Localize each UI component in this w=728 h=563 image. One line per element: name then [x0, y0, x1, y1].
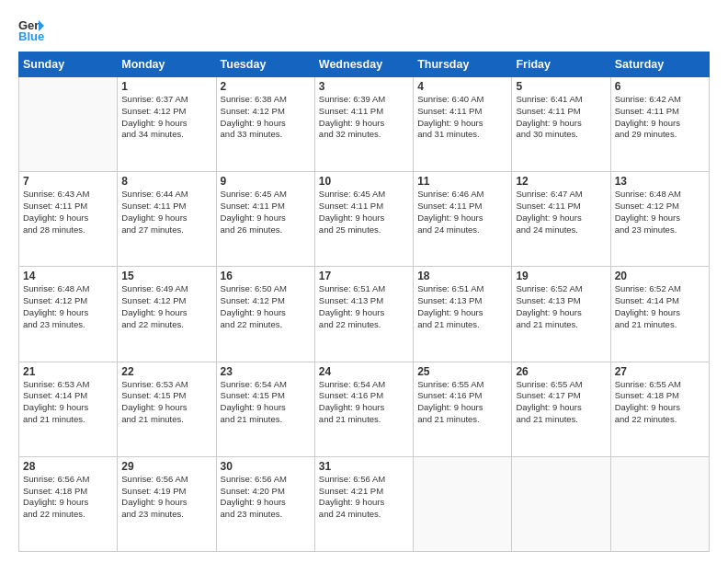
day-number: 17 — [319, 270, 409, 282]
day-info: Sunrise: 6:51 AM Sunset: 4:13 PM Dayligh… — [319, 283, 409, 330]
day-info: Sunrise: 6:50 AM Sunset: 4:12 PM Dayligh… — [221, 283, 311, 330]
day-number: 3 — [319, 80, 409, 93]
day-number: 29 — [121, 460, 211, 473]
day-info: Sunrise: 6:46 AM Sunset: 4:11 PM Dayligh… — [417, 189, 507, 236]
calendar-week-row: 7Sunrise: 6:43 AM Sunset: 4:11 PM Daylig… — [19, 172, 710, 267]
day-number: 16 — [221, 270, 311, 282]
day-number: 30 — [221, 460, 311, 473]
day-number: 23 — [221, 365, 311, 378]
day-number: 8 — [121, 175, 211, 188]
day-number: 15 — [121, 270, 211, 282]
calendar-cell: 8Sunrise: 6:44 AM Sunset: 4:11 PM Daylig… — [118, 172, 216, 267]
day-info: Sunrise: 6:52 AM Sunset: 4:13 PM Dayligh… — [516, 283, 606, 330]
calendar-cell: 20Sunrise: 6:52 AM Sunset: 4:14 PM Dayli… — [610, 267, 709, 362]
calendar-cell — [512, 456, 610, 551]
day-info: Sunrise: 6:40 AM Sunset: 4:11 PM Dayligh… — [417, 94, 507, 141]
calendar-week-row: 1Sunrise: 6:37 AM Sunset: 4:12 PM Daylig… — [19, 77, 710, 172]
day-number: 26 — [516, 365, 606, 378]
day-number: 28 — [23, 460, 113, 473]
day-number: 5 — [516, 80, 606, 93]
calendar-cell: 13Sunrise: 6:48 AM Sunset: 4:12 PM Dayli… — [610, 172, 709, 267]
calendar-cell: 19Sunrise: 6:52 AM Sunset: 4:13 PM Dayli… — [512, 267, 610, 362]
calendar-week-row: 28Sunrise: 6:56 AM Sunset: 4:18 PM Dayli… — [19, 456, 710, 551]
day-number: 24 — [319, 365, 409, 378]
day-info: Sunrise: 6:53 AM Sunset: 4:14 PM Dayligh… — [23, 379, 113, 426]
weekday-header: Friday — [512, 52, 610, 77]
day-number: 19 — [516, 270, 606, 282]
weekday-header: Monday — [118, 52, 216, 77]
day-number: 20 — [615, 270, 705, 282]
day-number: 2 — [221, 80, 311, 93]
logo: Gen Blue — [18, 17, 48, 42]
calendar-cell: 1Sunrise: 6:37 AM Sunset: 4:12 PM Daylig… — [118, 77, 216, 172]
calendar-cell: 14Sunrise: 6:48 AM Sunset: 4:12 PM Dayli… — [19, 267, 118, 362]
day-info: Sunrise: 6:48 AM Sunset: 4:12 PM Dayligh… — [615, 189, 705, 236]
day-info: Sunrise: 6:55 AM Sunset: 4:17 PM Dayligh… — [516, 379, 606, 426]
calendar-cell: 2Sunrise: 6:38 AM Sunset: 4:12 PM Daylig… — [216, 77, 314, 172]
calendar-cell: 11Sunrise: 6:46 AM Sunset: 4:11 PM Dayli… — [414, 172, 512, 267]
calendar-cell: 10Sunrise: 6:45 AM Sunset: 4:11 PM Dayli… — [314, 172, 413, 267]
day-number: 7 — [23, 175, 113, 188]
svg-text:Blue: Blue — [18, 29, 44, 42]
calendar-cell: 12Sunrise: 6:47 AM Sunset: 4:11 PM Dayli… — [512, 172, 610, 267]
day-info: Sunrise: 6:55 AM Sunset: 4:16 PM Dayligh… — [417, 379, 507, 426]
calendar-week-row: 14Sunrise: 6:48 AM Sunset: 4:12 PM Dayli… — [19, 267, 710, 362]
page-header: Gen Blue — [18, 17, 710, 42]
day-info: Sunrise: 6:45 AM Sunset: 4:11 PM Dayligh… — [319, 189, 409, 236]
calendar-cell: 3Sunrise: 6:39 AM Sunset: 4:11 PM Daylig… — [314, 77, 413, 172]
day-number: 21 — [23, 365, 113, 378]
calendar-cell: 25Sunrise: 6:55 AM Sunset: 4:16 PM Dayli… — [414, 362, 512, 456]
day-info: Sunrise: 6:37 AM Sunset: 4:12 PM Dayligh… — [121, 94, 211, 141]
calendar-cell: 22Sunrise: 6:53 AM Sunset: 4:15 PM Dayli… — [118, 362, 216, 456]
calendar-cell: 16Sunrise: 6:50 AM Sunset: 4:12 PM Dayli… — [216, 267, 314, 362]
day-number: 22 — [121, 365, 211, 378]
calendar-cell: 15Sunrise: 6:49 AM Sunset: 4:12 PM Dayli… — [118, 267, 216, 362]
calendar-cell — [610, 456, 709, 551]
weekday-header: Sunday — [19, 52, 118, 77]
day-info: Sunrise: 6:44 AM Sunset: 4:11 PM Dayligh… — [121, 189, 211, 236]
calendar-cell: 31Sunrise: 6:56 AM Sunset: 4:21 PM Dayli… — [314, 456, 413, 551]
day-info: Sunrise: 6:52 AM Sunset: 4:14 PM Dayligh… — [615, 283, 705, 330]
calendar-cell: 23Sunrise: 6:54 AM Sunset: 4:15 PM Dayli… — [216, 362, 314, 456]
calendar-cell — [414, 456, 512, 551]
calendar-cell: 9Sunrise: 6:45 AM Sunset: 4:11 PM Daylig… — [216, 172, 314, 267]
logo-icon: Gen Blue — [18, 17, 44, 42]
day-info: Sunrise: 6:38 AM Sunset: 4:12 PM Dayligh… — [221, 94, 311, 141]
calendar-cell: 21Sunrise: 6:53 AM Sunset: 4:14 PM Dayli… — [19, 362, 118, 456]
day-number: 9 — [221, 175, 311, 188]
calendar-cell: 29Sunrise: 6:56 AM Sunset: 4:19 PM Dayli… — [118, 456, 216, 551]
calendar-cell: 4Sunrise: 6:40 AM Sunset: 4:11 PM Daylig… — [414, 77, 512, 172]
day-info: Sunrise: 6:43 AM Sunset: 4:11 PM Dayligh… — [23, 189, 113, 236]
day-info: Sunrise: 6:56 AM Sunset: 4:20 PM Dayligh… — [221, 474, 311, 521]
day-number: 10 — [319, 175, 409, 188]
day-info: Sunrise: 6:49 AM Sunset: 4:12 PM Dayligh… — [121, 283, 211, 330]
weekday-header: Wednesday — [314, 52, 413, 77]
calendar-cell: 28Sunrise: 6:56 AM Sunset: 4:18 PM Dayli… — [19, 456, 118, 551]
calendar-cell — [19, 77, 118, 172]
day-info: Sunrise: 6:56 AM Sunset: 4:21 PM Dayligh… — [319, 474, 409, 521]
calendar-cell: 27Sunrise: 6:55 AM Sunset: 4:18 PM Dayli… — [610, 362, 709, 456]
calendar-header-row: SundayMondayTuesdayWednesdayThursdayFrid… — [19, 52, 710, 77]
day-info: Sunrise: 6:45 AM Sunset: 4:11 PM Dayligh… — [221, 189, 311, 236]
day-info: Sunrise: 6:54 AM Sunset: 4:16 PM Dayligh… — [319, 379, 409, 426]
calendar-cell: 7Sunrise: 6:43 AM Sunset: 4:11 PM Daylig… — [19, 172, 118, 267]
calendar-cell: 30Sunrise: 6:56 AM Sunset: 4:20 PM Dayli… — [216, 456, 314, 551]
day-number: 25 — [417, 365, 507, 378]
calendar-cell: 6Sunrise: 6:42 AM Sunset: 4:11 PM Daylig… — [610, 77, 709, 172]
weekday-header: Thursday — [414, 52, 512, 77]
day-number: 11 — [417, 175, 507, 188]
calendar-cell: 5Sunrise: 6:41 AM Sunset: 4:11 PM Daylig… — [512, 77, 610, 172]
day-number: 27 — [615, 365, 705, 378]
day-info: Sunrise: 6:56 AM Sunset: 4:19 PM Dayligh… — [121, 474, 211, 521]
calendar-cell: 18Sunrise: 6:51 AM Sunset: 4:13 PM Dayli… — [414, 267, 512, 362]
day-number: 1 — [121, 80, 211, 93]
day-info: Sunrise: 6:42 AM Sunset: 4:11 PM Dayligh… — [615, 94, 705, 141]
calendar-cell: 17Sunrise: 6:51 AM Sunset: 4:13 PM Dayli… — [314, 267, 413, 362]
day-info: Sunrise: 6:47 AM Sunset: 4:11 PM Dayligh… — [516, 189, 606, 236]
day-info: Sunrise: 6:54 AM Sunset: 4:15 PM Dayligh… — [221, 379, 311, 426]
day-info: Sunrise: 6:48 AM Sunset: 4:12 PM Dayligh… — [23, 283, 113, 330]
weekday-header: Tuesday — [216, 52, 314, 77]
calendar-cell: 24Sunrise: 6:54 AM Sunset: 4:16 PM Dayli… — [314, 362, 413, 456]
day-info: Sunrise: 6:39 AM Sunset: 4:11 PM Dayligh… — [319, 94, 409, 141]
day-info: Sunrise: 6:55 AM Sunset: 4:18 PM Dayligh… — [615, 379, 705, 426]
